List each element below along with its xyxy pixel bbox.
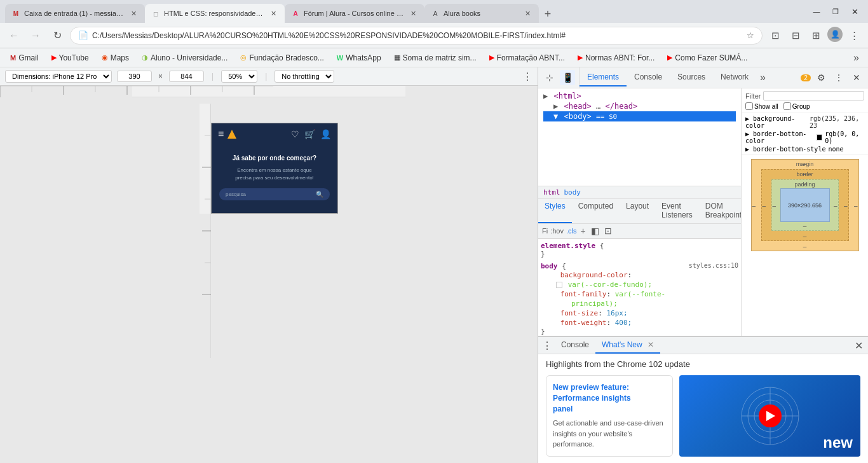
box-model-diagram: margin – – – – border – [742,155,868,255]
bookmark-gmail[interactable]: M Gmail [5,52,44,64]
bookmark-comofazer[interactable]: ▶ Como Fazer SUMÁ... [662,52,752,64]
tab-network[interactable]: Network [713,69,756,86]
back-button[interactable]: ← [5,27,23,45]
group-checkbox[interactable] [783,102,791,110]
play-triangle-icon [766,411,775,421]
inspect-element-icon[interactable]: ⊹ [542,70,557,85]
dom-line-body[interactable]: ▼ <body> == $0 [543,111,736,121]
new-tab-button[interactable]: + [539,5,557,23]
dom-arrow-body[interactable]: ▼ [553,112,558,121]
dom-line-head[interactable]: ▶ <head> … </head> [543,101,736,111]
heart-icon[interactable]: ♡ [291,129,299,139]
devtools-close-icon[interactable]: ✕ [849,70,864,85]
bookmark-youtube[interactable]: ▶ YouTube [46,52,94,64]
tab-close-4[interactable]: ✕ [522,8,532,18]
cart-icon[interactable]: 🛒 [304,129,315,139]
styles-new-rule-button[interactable]: ◧ [590,226,600,236]
card-title-line2: Performance insights [553,394,631,403]
bookmarks-more-button[interactable]: » [850,51,863,65]
settings-icon[interactable]: ⚙ [813,70,829,85]
search-bar[interactable]: 🔍 [219,188,330,200]
tab-html-css[interactable]: ◻ HTML e CSS: responsividade com... ✕ [145,4,285,23]
color-swatch-bgcolor[interactable] [556,282,562,288]
box-diagram: margin – – – – border – [751,159,859,251]
profile-button[interactable]: 👤 [827,27,843,42]
forward-button[interactable]: → [27,27,44,45]
styles-add-button[interactable]: + [579,226,587,236]
youtube-play-button[interactable] [759,404,782,427]
subtab-dom-breakpoints[interactable]: DOM Breakpoints [699,199,741,223]
show-all-checkbox[interactable] [745,102,753,110]
device-toolbar-more[interactable]: ⋮ [522,71,532,83]
device-selector[interactable]: Dimensions: iPhone 12 Pro [5,70,112,83]
maximize-button[interactable]: ❐ [827,3,844,20]
tab-alurabooks[interactable]: A Alura books ✕ [424,4,539,23]
devtools-more-icon[interactable]: ⋮ [831,70,846,85]
subtab-styles[interactable]: Styles [538,199,572,223]
reload-button[interactable]: ↻ [48,27,66,45]
bookmark-fundacao[interactable]: ◎ Fundação Bradesco... [235,52,329,64]
devtools-tabs-more[interactable]: » [756,72,770,83]
dom-line-html[interactable]: ▶ <html> [543,91,736,101]
height-input[interactable] [169,71,204,82]
bookmark-label-youtube: YouTube [59,53,89,62]
close-button[interactable]: ✕ [846,3,863,20]
menu-button[interactable]: ⋮ [845,27,863,45]
style-prop-fontfamily: font-family: var(--fonte- [541,289,738,299]
bottom-panel-close[interactable]: ✕ [850,340,868,352]
filter-input[interactable] [763,91,864,100]
extensions-button[interactable]: ⊞ [807,27,825,45]
breadcrumb-body[interactable]: body [564,188,581,197]
devtools-icons: ⊹ 📱 [538,67,580,88]
mobile-nav-left: ≡ [218,128,236,140]
bookmark-normas[interactable]: ▶ Normas ABNT: For... [573,52,660,64]
bookmark-star-icon[interactable]: ☆ [747,31,754,40]
bookmark-whatsapp[interactable]: W WhatsApp [332,52,386,64]
video-thumbnail[interactable]: new [679,375,860,457]
bookmark-formatacao[interactable]: ▶ Formatação ABNT... [484,52,570,64]
normas-icon: ▶ [578,53,583,62]
bottom-tab-console[interactable]: Console [555,337,595,354]
dom-arrow-html[interactable]: ▶ [543,92,548,100]
cast-button[interactable]: ⊡ [766,27,784,45]
tab-console[interactable]: Console [627,69,670,86]
tab-forum[interactable]: A Fórum | Alura - Cursos online de ✕ [285,4,424,23]
dom-arrow-head[interactable]: ▶ [553,102,558,111]
subtab-computed[interactable]: Computed [572,199,620,223]
border-bottom-val: – [803,233,807,240]
bottom-tab-whatsnew-close[interactable]: ✕ [648,340,654,349]
cv-val-1: rgb(235, 236, 23 [810,115,864,129]
bottom-panel-more[interactable]: ⋮ [539,340,555,352]
tab-close-1[interactable]: ✕ [128,8,139,18]
tab-close-2[interactable]: ✕ [268,8,278,18]
screenshot-button[interactable]: ⊟ [787,27,804,45]
dom-tag-body: <body> [564,112,591,121]
device-mode-icon[interactable]: 📱 [560,70,575,85]
vertical-ruler [200,104,211,214]
bottom-tab-whatsnew[interactable]: What's New ✕ [595,337,660,354]
styles-inspect-button[interactable]: ⊡ [603,226,613,236]
bookmark-soma[interactable]: ▦ Soma de matriz sim... [389,52,482,64]
subtab-event-listeners[interactable]: Event Listeners [655,199,699,223]
rule-source-body-1[interactable]: styles.css:10 [689,262,738,269]
user-icon[interactable]: 👤 [320,129,331,139]
hamburger-menu-icon[interactable]: ≡ [218,128,224,140]
breadcrumb-html[interactable]: html [543,188,560,197]
zoom-selector[interactable]: 50% [221,70,257,83]
bookmark-aluno[interactable]: ◑ Aluno - Universidade... [137,52,233,64]
throttle-selector[interactable]: No throttling [275,70,334,83]
card-title[interactable]: New preview feature: Performance insight… [553,382,666,414]
tab-sources[interactable]: Sources [670,69,713,86]
tab-elements[interactable]: Elements [580,69,627,86]
url-bar[interactable]: 📄 C:/Users/Messias/Desktop/ALURA%20CURSO… [70,27,763,45]
bookmark-maps[interactable]: ◉ Maps [97,52,134,64]
minimize-button[interactable]: — [808,3,825,20]
width-input[interactable] [117,71,152,82]
tab-close-3[interactable]: ✕ [408,8,418,18]
tab-gmail[interactable]: M Caixa de entrada (1) - messias.va... ✕ [5,4,145,23]
tab-title-2: HTML e CSS: responsividade com... [164,10,264,17]
subtab-layout[interactable]: Layout [620,199,655,223]
search-input[interactable] [226,191,316,197]
computed-values: ▶ background-color rgb(235, 236, 23 ▶ bo… [742,113,868,155]
logo-icon[interactable] [227,130,236,139]
